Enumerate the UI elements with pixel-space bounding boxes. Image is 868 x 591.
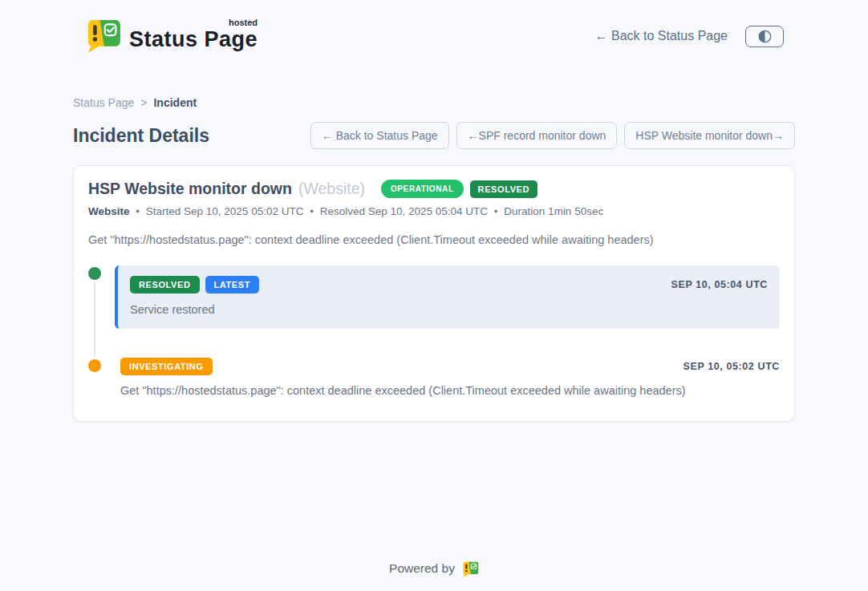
main-content: Status Page > Incident Incident Details …	[73, 96, 795, 591]
powered-by-label: Powered by	[389, 561, 455, 576]
header: Status Page hosted ← Back to Status Page	[84, 0, 784, 61]
investigating-badge: INVESTIGATING	[120, 358, 213, 375]
timeline-dot-investigating-icon	[88, 359, 101, 372]
incident-monitor-label: (Website)	[298, 180, 365, 198]
header-right: ← Back to Status Page	[595, 26, 784, 47]
meta-monitor-name: Website	[88, 205, 130, 217]
timeline-entry-badges: INVESTIGATING	[120, 358, 213, 375]
brand-text: Status Page hosted	[129, 19, 258, 52]
powered-by[interactable]: Powered by	[389, 560, 479, 577]
timeline-entry-content: RESOLVED LATEST SEP 10, 05:04 UTC Servic…	[115, 265, 780, 329]
next-incident-button[interactable]: HSP Website monitor down→	[624, 122, 795, 149]
half-moon-contrast-icon	[758, 30, 772, 43]
back-to-status-page-button[interactable]: ← Back to Status Page	[310, 122, 449, 149]
meta-duration: Duration 1min 50sec	[504, 205, 603, 217]
brand-name: Status Page	[129, 27, 258, 51]
brand[interactable]: Status Page hosted	[84, 19, 258, 53]
incident-description: Get "https://hostedstatus.page": context…	[88, 233, 780, 246]
incident-card-title-row: HSP Website monitor down (Website) OPERA…	[88, 180, 780, 198]
timeline-entry-investigating: INVESTIGATING SEP 10, 05:02 UTC Get "htt…	[88, 358, 780, 397]
meta-started: Started Sep 10, 2025 05:02 UTC	[146, 205, 304, 217]
page-title: Incident Details	[73, 125, 209, 147]
meta-separator: •	[136, 205, 140, 217]
header-back-link[interactable]: ← Back to Status Page	[595, 29, 728, 43]
timeline-entry-message: Get "https://hostedstatus.page": context…	[120, 384, 780, 397]
breadcrumb-incident: Incident	[153, 96, 197, 109]
timeline-entry-timestamp: SEP 10, 05:02 UTC	[683, 361, 780, 372]
timeline-entry-message: Service restored	[130, 303, 768, 316]
resolved-state-badge: RESOLVED	[470, 180, 538, 198]
incident-title: HSP Website monitor down	[88, 180, 292, 198]
brand-superscript: hosted	[229, 18, 258, 27]
status-page-logo-icon	[84, 19, 121, 53]
resolved-badge: RESOLVED	[130, 276, 200, 293]
prev-incident-button[interactable]: ←SPF record monitor down	[456, 122, 618, 149]
timeline-entry-resolved: RESOLVED LATEST SEP 10, 05:04 UTC Servic…	[88, 265, 780, 329]
title-row: Incident Details ← Back to Status Page ←…	[73, 122, 795, 149]
incident-card: HSP Website monitor down (Website) OPERA…	[73, 165, 795, 422]
footer: Powered by © 2025-10-08 14:10:34.772084 …	[73, 560, 795, 591]
incident-nav-buttons: ← Back to Status Page ←SPF record monito…	[310, 122, 795, 149]
timeline-dot-resolved-icon	[88, 267, 101, 280]
meta-separator: •	[310, 205, 314, 217]
breadcrumb: Status Page > Incident	[73, 96, 795, 109]
timeline-entry-content: INVESTIGATING SEP 10, 05:02 UTC Get "htt…	[115, 358, 780, 397]
theme-toggle-button[interactable]	[745, 26, 784, 47]
timeline-entry-timestamp: SEP 10, 05:04 UTC	[671, 279, 768, 290]
meta-separator: •	[494, 205, 498, 217]
operational-status-badge: OPERATIONAL	[381, 180, 464, 198]
incident-timeline: RESOLVED LATEST SEP 10, 05:04 UTC Servic…	[88, 265, 780, 397]
meta-resolved: Resolved Sep 10, 2025 05:04 UTC	[320, 205, 488, 217]
timeline-entry-badges: RESOLVED LATEST	[130, 276, 259, 293]
latest-badge: LATEST	[205, 276, 260, 293]
breadcrumb-status-page[interactable]: Status Page	[73, 96, 134, 109]
incident-meta: Website • Started Sep 10, 2025 05:02 UTC…	[88, 205, 780, 217]
breadcrumb-separator: >	[140, 96, 147, 109]
status-page-logo-icon-small	[461, 561, 479, 577]
